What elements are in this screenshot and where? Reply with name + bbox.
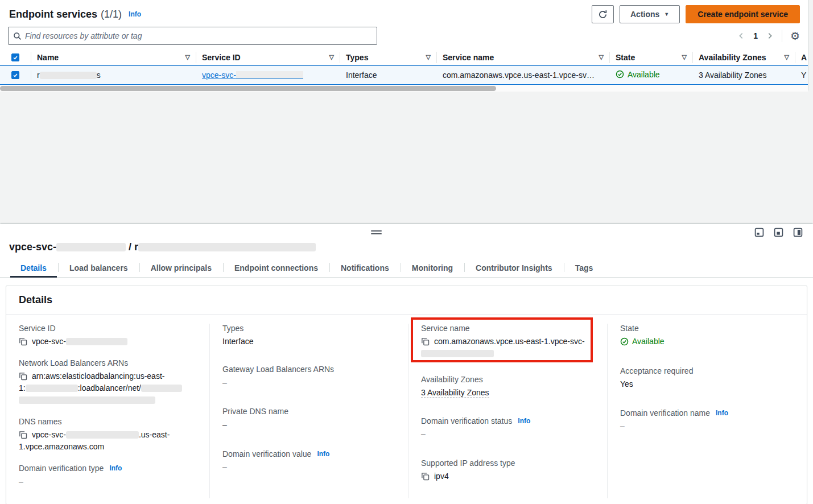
chevron-right-icon	[766, 32, 774, 40]
previous-page-button[interactable]	[737, 32, 745, 40]
field-glb-arns: Gateway Load Balancers ARNs –	[222, 365, 395, 389]
tab-allow-principals[interactable]: Allow principals	[139, 259, 223, 277]
result-count: (1/1)	[101, 9, 122, 20]
redacted-text	[19, 396, 155, 404]
info-link[interactable]: Info	[109, 464, 122, 472]
cell-types: Interface	[340, 71, 437, 80]
create-endpoint-service-button[interactable]: Create endpoint service	[686, 5, 800, 23]
copy-icon[interactable]	[421, 337, 430, 346]
copy-icon[interactable]	[19, 431, 27, 439]
field-nlb-arns: Network Load Balancers ARNs arn:aws:elas…	[19, 358, 197, 406]
details-column-2: Types Interface Gateway Load Balancers A…	[209, 324, 408, 498]
column-header-availability-zones[interactable]: Availability Zones ▽	[693, 52, 795, 63]
column-header-service-id[interactable]: Service ID ▽	[196, 52, 340, 63]
actions-button[interactable]: Actions ▼	[620, 5, 680, 23]
scrollbar-thumb[interactable]	[0, 86, 496, 91]
info-link[interactable]: Info	[317, 450, 329, 458]
panel-side-icon[interactable]	[793, 228, 803, 237]
check-icon	[13, 55, 18, 60]
redacted-text	[141, 385, 182, 392]
field-dns-names: DNS names vpce-svc-.us-east- 1.vpce.amaz…	[19, 417, 197, 453]
cell-acceptance: Y	[795, 71, 808, 80]
search-input[interactable]	[25, 31, 372, 40]
column-header-acceptance[interactable]: A	[795, 52, 808, 63]
divider	[782, 30, 782, 42]
availability-zones-popover-trigger[interactable]: 3 Availability Zones	[699, 71, 767, 80]
copy-icon[interactable]	[19, 337, 27, 346]
redacted-text	[236, 71, 303, 79]
sort-icon[interactable]: ▽	[185, 53, 190, 61]
table-row[interactable]: rs vpce-svc- Interface com.amazonaws.vpc…	[0, 65, 808, 85]
panel-resize-handle[interactable]	[371, 230, 382, 234]
field-acceptance-required: Acceptance required Yes	[620, 366, 794, 390]
sort-icon[interactable]: ▽	[599, 53, 604, 61]
check-circle-icon	[616, 70, 624, 79]
panel-split-icon[interactable]	[774, 228, 783, 237]
toolbar: Actions ▼ Create endpoint service	[592, 5, 800, 23]
details-columns: Service ID vpce-svc- Network Load Balanc…	[6, 315, 807, 504]
field-types: Types Interface	[222, 324, 395, 348]
tab-tags[interactable]: Tags	[564, 259, 605, 277]
field-domain-verification-type: Domain verification typeInfo –	[19, 464, 197, 488]
sort-icon[interactable]: ▽	[682, 53, 687, 61]
redacted-text	[421, 350, 494, 357]
refresh-button[interactable]	[592, 5, 614, 23]
panel-bar	[0, 224, 813, 239]
redacted-text	[56, 243, 126, 251]
tab-contributor-insights[interactable]: Contributor Insights	[464, 259, 564, 277]
page-title: Endpoint services	[9, 9, 97, 20]
row-checkbox[interactable]	[11, 71, 19, 79]
column-header-state[interactable]: State ▽	[610, 52, 693, 63]
select-all-checkbox[interactable]	[11, 53, 19, 61]
field-state: State Available	[620, 324, 794, 349]
refresh-icon	[598, 10, 608, 19]
info-link[interactable]: Info	[129, 10, 141, 18]
service-id-link[interactable]: vpce-svc-	[202, 71, 303, 80]
vpc-console-page: Endpoint services (1/1) Info Actions ▼ C…	[0, 0, 813, 504]
details-column-1: Service ID vpce-svc- Network Load Balanc…	[6, 324, 209, 498]
search-icon	[13, 32, 22, 40]
cell-availability-zones: 3 Availability Zones	[693, 71, 795, 80]
cell-service-id: vpce-svc-	[196, 71, 340, 80]
tab-details[interactable]: Details	[9, 259, 58, 277]
tab-notifications[interactable]: Notifications	[329, 259, 401, 277]
next-page-button[interactable]	[766, 32, 774, 40]
column-header-service-name[interactable]: Service name ▽	[437, 52, 610, 63]
tab-load-balancers[interactable]: Load balancers	[58, 259, 139, 277]
pagination: 1 ⚙	[737, 30, 800, 42]
tab-monitoring[interactable]: Monitoring	[401, 259, 464, 277]
availability-zones-popover-trigger[interactable]: 3 Availability Zones	[421, 388, 489, 398]
redacted-text	[40, 72, 97, 79]
redacted-text	[138, 243, 316, 251]
field-private-dns-name: Private DNS name –	[222, 407, 395, 431]
table-header-row: Name ▽ Service ID ▽ Types ▽ Service name…	[0, 49, 808, 65]
panel-bottom-icon[interactable]	[754, 228, 764, 237]
copy-icon[interactable]	[421, 472, 430, 481]
field-supported-ip-type: Supported IP address type ipv4	[421, 458, 595, 482]
horizontal-scrollbar	[0, 85, 808, 92]
info-link[interactable]: Info	[716, 409, 728, 417]
details-card-heading: Details	[6, 286, 807, 315]
cell-name: rs	[31, 71, 196, 80]
field-domain-verification-name: Domain verification nameInfo –	[620, 408, 794, 432]
copy-icon[interactable]	[19, 372, 27, 381]
details-card: Details Service ID vpce-svc- Network Loa…	[6, 286, 807, 504]
field-service-id: Service ID vpce-svc-	[19, 324, 197, 348]
field-service-name: Service name com.amazonaws.vpce.us-east-…	[421, 324, 595, 360]
info-link[interactable]: Info	[518, 417, 530, 425]
panel-layout-controls	[754, 228, 803, 237]
page-number[interactable]: 1	[753, 31, 758, 40]
column-header-name[interactable]: Name ▽	[31, 52, 196, 63]
field-domain-verification-status: Domain verification statusInfo –	[421, 416, 595, 440]
sort-icon[interactable]: ▽	[785, 53, 789, 61]
chevron-down-icon: ▼	[664, 11, 669, 17]
search-box	[8, 27, 377, 45]
endpoint-services-table: Name ▽ Service ID ▽ Types ▽ Service name…	[0, 49, 808, 92]
tab-endpoint-connections[interactable]: Endpoint connections	[223, 259, 329, 277]
details-column-4: State Available Acceptance required Yes	[607, 324, 807, 498]
column-header-types[interactable]: Types ▽	[340, 52, 437, 63]
sort-icon[interactable]: ▽	[426, 53, 431, 61]
gear-icon[interactable]: ⚙	[790, 31, 800, 42]
sort-icon[interactable]: ▽	[329, 53, 334, 61]
field-availability-zones: Availability Zones 3 Availability Zones	[421, 375, 595, 399]
